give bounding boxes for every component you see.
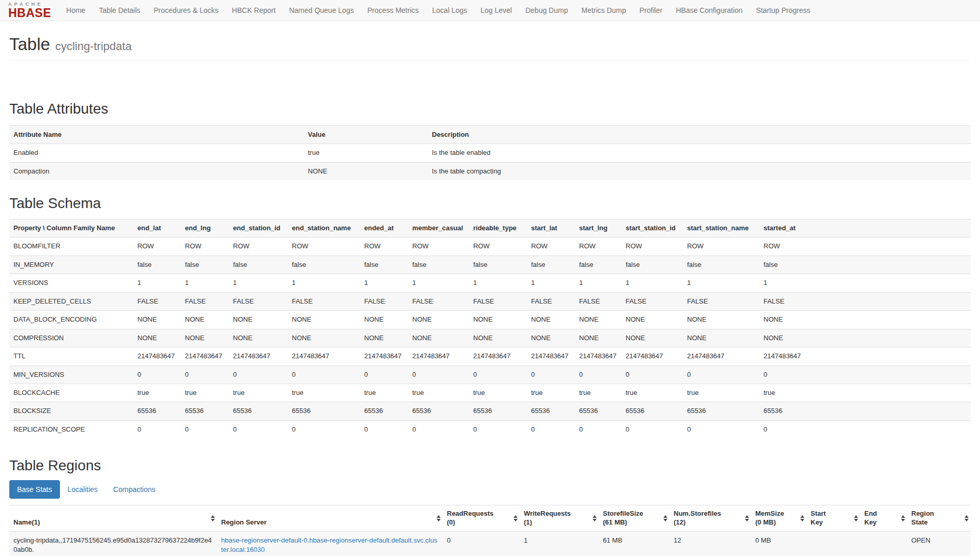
schema-value-cell: true [759,384,971,402]
sort-down-arrow [965,519,969,521]
schema-value-cell: 65536 [575,402,621,420]
schema-value-cell: NONE [360,311,408,329]
sort-up-arrow [901,515,905,518]
tab-base-stats[interactable]: Base Stats [9,480,60,499]
schema-value-cell: NONE [181,329,229,347]
schema-col-ended-at: ended_at [360,219,408,237]
schema-value-cell: false [575,256,621,274]
nav-item-local-logs[interactable]: Local Logs [426,1,474,20]
schema-value-cell: ROW [575,237,621,256]
nav-item-profiler[interactable]: Profiler [633,1,669,20]
schema-value-cell: FALSE [133,292,181,310]
regions-col-region-state[interactable]: RegionState [907,505,971,532]
regions-col-writerequests-1[interactable]: WriteRequests(1) [520,505,599,532]
sort-up-arrow [745,515,749,518]
nav-item-startup-progress[interactable]: Startup Progress [749,1,817,20]
schema-value-cell: false [288,256,360,274]
schema-value-cell: FALSE [288,292,360,310]
schema-value-cell: ROW [360,237,408,256]
sort-up-arrow [211,515,215,518]
schema-value-cell: NONE [527,329,575,347]
schema-value-cell: true [575,384,621,402]
regions-col-label: Start [811,510,851,518]
schema-value-cell: true [408,384,469,402]
schema-value-cell: FALSE [683,292,759,310]
schema-header-row: Property \ Column Family Nameend_latend_… [9,219,971,237]
schema-col-rideable-type: rideable_type [469,219,527,237]
schema-value-cell: 1 [408,274,469,292]
region-cell-region-server: hbase-regionserver-default-0.hbase-regio… [217,531,443,556]
nav-item-procedures-locks[interactable]: Procedures & Locks [147,1,225,20]
schema-col-end-station-id: end_station_id [229,219,288,237]
schema-value-cell: 65536 [229,402,288,420]
schema-value-cell: 2147483647 [408,347,469,366]
schema-property-cell: BLOOMFILTER [9,237,133,256]
region-cell-name-1: cycling-tripdata,,1719475156245.e95d0a13… [9,531,217,556]
regions-col-label: (12) [674,518,742,527]
schema-col-end-lat: end_lat [133,219,181,237]
regions-col-memsize-0-mb[interactable]: MemSize(0 MB) [751,505,806,532]
regions-col-label: Key [864,518,898,527]
regions-col-label: (0) [447,518,510,527]
regions-col-start-key[interactable]: StartKey [806,505,860,532]
schema-value-cell: 1 [759,274,971,292]
schema-value-cell: NONE [408,329,469,347]
attributes-header-row: Attribute NameValueDescription [9,125,971,144]
schema-value-cell: 0 [360,420,408,438]
schema-value-cell: 1 [621,274,683,292]
sort-arrows-icon [854,515,858,521]
nav-item-hbck-report[interactable]: HBCK Report [225,1,283,20]
schema-value-cell: 0 [759,420,971,438]
regions-col-label: (0 MB) [755,518,797,527]
schema-property-cell: VERSIONS [9,274,133,292]
schema-value-cell: 65536 [527,402,575,420]
schema-value-cell: ROW [469,237,527,256]
schema-value-cell: 1 [683,274,759,292]
nav-item-process-metrics[interactable]: Process Metrics [361,1,426,20]
attribute-row: CompactionNONEIs the table compacting [9,162,971,180]
nav-menu: HomeTable DetailsProcedures & LocksHBCK … [59,1,817,20]
regions-col-end-key[interactable]: EndKey [860,505,907,532]
nav-item-named-queue-logs[interactable]: Named Queue Logs [283,1,361,20]
region-cell-num-storefiles-12: 12 [670,531,751,556]
schema-value-cell: false [408,256,469,274]
nav-item-log-level[interactable]: Log Level [474,1,519,20]
schema-value-cell: 0 [683,420,759,438]
attributes-heading: Table Attributes [9,101,971,117]
schema-value-cell: 2147483647 [229,347,288,366]
page-header: Tablecycling-tripdata [9,35,971,61]
schema-row-bloomfilter: BLOOMFILTERROWROWROWROWROWROWROWROWROWRO… [9,237,971,256]
nav-item-hbase-configuration[interactable]: HBase Configuration [669,1,749,20]
regions-col-region-server[interactable]: Region Server [217,505,443,532]
regions-col-storefilesize-61-mb[interactable]: StorefileSize(61 MB) [599,505,670,532]
regions-heading: Table Regions [9,458,971,474]
schema-value-cell: 0 [181,366,229,384]
schema-value-cell: NONE [288,329,360,347]
tab-compactions[interactable]: Compactions [105,480,163,499]
regions-col-name-1[interactable]: Name(1) [9,505,217,532]
schema-value-cell: true [288,384,360,402]
nav-item-debug-dump[interactable]: Debug Dump [519,1,575,20]
tab-localities[interactable]: Localities [60,480,105,499]
schema-value-cell: 0 [181,420,229,438]
schema-col-end-station-name: end_station_name [288,219,360,237]
schema-value-cell: NONE [360,329,408,347]
sort-up-arrow [965,515,969,518]
nav-item-home[interactable]: Home [59,1,92,20]
region-server-link[interactable]: hbase-regionserver-default-0.hbase-regio… [221,536,437,553]
regions-col-num-storefiles-12[interactable]: Num.Storefiles(12) [670,505,751,532]
schema-table: Property \ Column Family Nameend_latend_… [9,219,971,438]
schema-value-cell: 0 [229,366,288,384]
hbase-logo[interactable]: APACHE HBASE [8,2,51,19]
schema-value-cell: 0 [621,420,683,438]
nav-item-metrics-dump[interactable]: Metrics Dump [574,1,632,20]
sort-down-arrow [211,519,215,521]
sort-arrows-icon [593,515,597,521]
schema-value-cell: 0 [527,420,575,438]
region-cell-region-state: OPEN [907,531,971,556]
schema-value-cell: NONE [683,311,759,329]
sort-down-arrow [514,519,518,521]
attribute-cell-value: true [304,144,428,162]
nav-item-table-details[interactable]: Table Details [92,1,147,20]
regions-col-readrequests-0[interactable]: ReadRequests(0) [443,505,520,532]
